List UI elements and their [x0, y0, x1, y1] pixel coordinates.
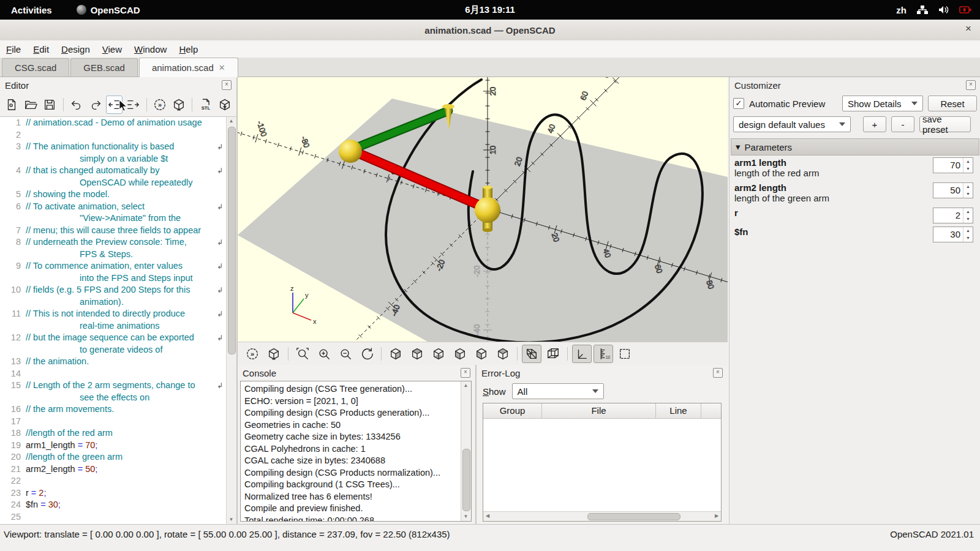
add-preset-button[interactable]: +: [863, 116, 886, 132]
line-number: 17: [0, 416, 26, 428]
spin-up-icon[interactable]: ▲: [963, 183, 973, 190]
parameters-group-header[interactable]: ▾ Parameters: [731, 138, 979, 156]
spin-down-icon[interactable]: ▼: [963, 165, 973, 173]
zoom-out-button[interactable]: [336, 345, 355, 363]
spin-down-icon[interactable]: ▼: [963, 216, 973, 223]
zoom-all-button[interactable]: [293, 345, 312, 363]
spin-up-icon[interactable]: ▲: [963, 208, 973, 216]
code-line: 7// menu; this will cause three fields t…: [0, 225, 236, 237]
tab-bar: CSG.scadGEB.scadanimation.scad✕: [0, 58, 980, 77]
spin-down-icon[interactable]: ▼: [963, 190, 973, 198]
menu-design[interactable]: Design: [55, 44, 96, 54]
customizer-close-icon[interactable]: ×: [966, 80, 976, 90]
line-number: 2: [0, 129, 26, 141]
editor-close-icon[interactable]: ×: [222, 80, 232, 90]
menu-help[interactable]: Help: [173, 44, 204, 54]
svg-text:»: »: [251, 350, 254, 358]
zoom-in-button[interactable]: [314, 345, 334, 363]
menu-edit[interactable]: Edit: [27, 44, 55, 54]
preset-value: design default values: [739, 119, 825, 130]
menu-file[interactable]: File: [0, 44, 27, 54]
line-number: 7: [0, 225, 26, 237]
render-button[interactable]: [264, 345, 284, 363]
parameter-value[interactable]: 30: [933, 227, 963, 242]
menu-window[interactable]: Window: [128, 44, 173, 54]
view-orthogonal-button[interactable]: [543, 345, 563, 363]
parameter-spinbox[interactable]: 2▲▼: [933, 208, 973, 223]
console-close-icon[interactable]: ×: [461, 368, 470, 378]
view-top-button[interactable]: [407, 345, 427, 363]
tab-csg-scad[interactable]: CSG.scad: [2, 58, 69, 77]
tab-close-icon[interactable]: ✕: [219, 63, 225, 72]
line-number: 8: [0, 236, 26, 249]
volume-icon[interactable]: [938, 5, 949, 15]
details-dropdown[interactable]: Show Details: [842, 96, 923, 111]
automatic-preview-checkbox[interactable]: ✓: [733, 98, 744, 109]
preview-button[interactable]: »: [152, 96, 168, 114]
3d-viewport[interactable]: 20406080-40-60-80-10020406080-20-401020-…: [238, 77, 728, 342]
preview-button[interactable]: »: [243, 345, 262, 363]
chevron-down-icon: [839, 122, 845, 126]
error-column-group[interactable]: Group: [483, 403, 542, 418]
input-language-indicator[interactable]: zh: [896, 5, 907, 15]
view-back-button[interactable]: [493, 345, 513, 363]
parameter-value[interactable]: 70: [933, 158, 963, 173]
show-axes-button[interactable]: [572, 345, 592, 363]
save-preset-button[interactable]: save preset: [919, 116, 971, 132]
line-number: 16: [0, 403, 26, 416]
preview-icon: »: [153, 98, 167, 111]
tab-geb-scad[interactable]: GEB.scad: [70, 58, 138, 77]
reset-button[interactable]: Reset: [928, 96, 977, 111]
zoom-out-icon: [339, 347, 352, 361]
clock[interactable]: 6月13 19:11: [0, 4, 980, 16]
menu-bar: FileEditDesignViewWindowHelp: [0, 40, 980, 58]
parameter-spinbox[interactable]: 50▲▼: [933, 182, 973, 198]
view-all-button[interactable]: [615, 345, 635, 363]
spin-up-icon[interactable]: ▲: [963, 227, 973, 234]
remove-preset-button[interactable]: -: [891, 116, 914, 132]
network-icon[interactable]: [916, 5, 929, 15]
error-filter-dropdown[interactable]: All: [512, 383, 604, 399]
code-editor[interactable]: 1// animation.scad - Demo of animation u…: [0, 116, 236, 524]
view-left-button[interactable]: [450, 345, 470, 363]
save-file-button[interactable]: [42, 96, 58, 114]
redo-button[interactable]: [87, 96, 104, 114]
spin-down-icon[interactable]: ▼: [963, 234, 973, 242]
new-file-button[interactable]: [4, 96, 20, 114]
view-right-button[interactable]: [386, 345, 405, 363]
error-column-file[interactable]: File: [542, 403, 656, 418]
tab-animation-scad[interactable]: animation.scad✕: [139, 58, 238, 77]
error-column-line[interactable]: Line: [656, 403, 701, 418]
parameter-spinbox[interactable]: 30▲▼: [933, 227, 973, 242]
axis-tick-label: 10: [488, 146, 497, 154]
reset-view-button[interactable]: [357, 345, 377, 363]
chevron-down-icon: [592, 389, 598, 393]
undo-button[interactable]: [68, 96, 85, 114]
editor-scrollbar[interactable]: ▲ ▼: [226, 117, 236, 524]
code-line-continuation: animation).: [0, 296, 236, 309]
axis-tick-label: 20: [488, 87, 497, 96]
open-file-button[interactable]: [23, 96, 39, 114]
parameter-value[interactable]: 50: [933, 183, 963, 198]
code-line: 16// the arm movements.: [0, 403, 236, 416]
view-perspective-button[interactable]: [522, 345, 541, 363]
code-line-continuation: real-time animations: [0, 320, 236, 332]
battery-alert-icon[interactable]: [959, 5, 971, 15]
error-log-close-icon[interactable]: ×: [713, 368, 723, 378]
parameter-spinbox[interactable]: 70▲▼: [933, 157, 973, 173]
render-button[interactable]: [171, 96, 187, 114]
show-scale-markers-button[interactable]: 10: [594, 345, 613, 363]
view-front-button[interactable]: [472, 345, 491, 363]
console-scrollbar[interactable]: ▲ ▼: [461, 381, 471, 521]
export-other-button[interactable]: [216, 96, 233, 114]
parameter-value[interactable]: 2: [933, 208, 963, 223]
preset-dropdown[interactable]: design default values: [733, 116, 851, 132]
window-titlebar[interactable]: animation.scad — OpenSCAD ×: [0, 20, 980, 41]
spin-up-icon[interactable]: ▲: [963, 158, 973, 165]
error-table-hscrollbar[interactable]: ◀ ▶: [483, 511, 721, 521]
menu-view[interactable]: View: [96, 44, 128, 54]
export-stl-button[interactable]: STL: [197, 96, 214, 114]
view-bottom-button[interactable]: [429, 345, 448, 363]
window-close-button[interactable]: ×: [965, 23, 971, 35]
console-panel: Console × Compiling design (CSG Tree gen…: [238, 365, 475, 524]
